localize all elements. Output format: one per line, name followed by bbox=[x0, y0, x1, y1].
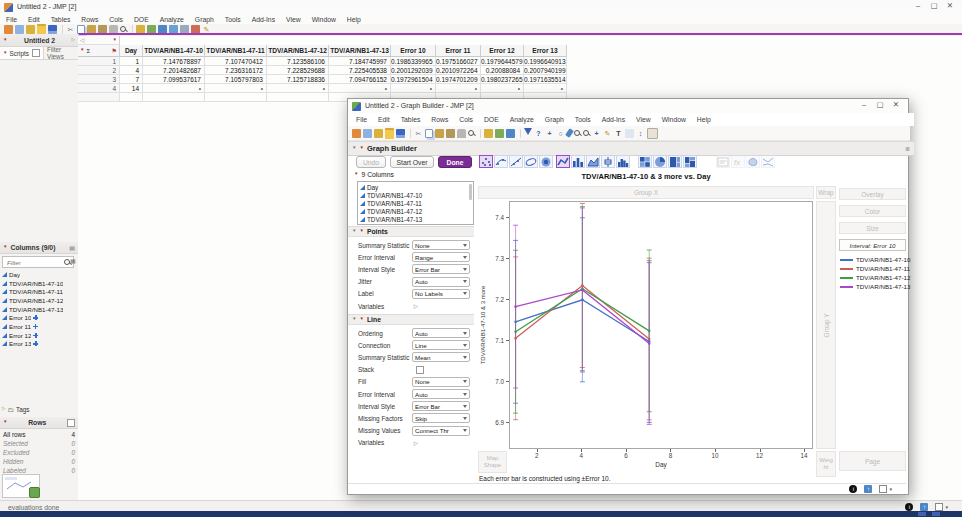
info-icon[interactable]: i bbox=[849, 485, 857, 493]
tags-row[interactable]: ▷ 🗀 Tags bbox=[2, 404, 29, 414]
points-section-header[interactable]: ▼ ▼ Points bbox=[348, 226, 474, 237]
palette-box-plot-icon[interactable] bbox=[601, 155, 615, 168]
gb-column-item[interactable]: Day bbox=[360, 183, 473, 191]
scripts-checkbox[interactable] bbox=[32, 49, 40, 57]
column-filter-input[interactable] bbox=[5, 258, 49, 267]
collapse-right-icon[interactable]: ▷ bbox=[72, 38, 75, 43]
gb-columns-listbox[interactable]: DayTDV/AR/NB1-47-10TDV/AR/NB1-47-11TDV/A… bbox=[357, 181, 474, 225]
copy-icon[interactable] bbox=[425, 129, 433, 138]
red-triangle-icon[interactable]: ▼ bbox=[359, 229, 363, 234]
disclosure-icon[interactable]: ▼ bbox=[352, 229, 356, 234]
red-triangle-icon[interactable]: ▼ bbox=[3, 51, 7, 56]
menu-rows[interactable]: Rows bbox=[81, 16, 98, 23]
table-cell[interactable]: 7.184745997 bbox=[329, 57, 391, 66]
palette-points-icon[interactable] bbox=[479, 155, 493, 168]
table-cell[interactable]: 4 bbox=[120, 66, 143, 75]
palette-contour-icon[interactable] bbox=[539, 155, 553, 168]
table-cell[interactable]: 0.1979644579 bbox=[481, 57, 524, 66]
legend-item[interactable]: TDV/AR/NB1-47-10 bbox=[840, 255, 906, 264]
eraser-tool-icon[interactable] bbox=[647, 128, 658, 139]
checkbox-icon[interactable] bbox=[935, 503, 943, 511]
table-cell[interactable]: 14 bbox=[120, 84, 143, 93]
column-header[interactable]: TDV/AR/NB1-47-13 bbox=[329, 45, 391, 57]
checkbox-icon[interactable] bbox=[879, 485, 887, 493]
table-cell[interactable]: 0.2001292039 bbox=[391, 66, 436, 75]
lock-icon[interactable] bbox=[457, 129, 466, 138]
menu-window[interactable]: Window bbox=[662, 116, 686, 123]
magnifier-tool-icon[interactable] bbox=[574, 130, 581, 137]
plot-area[interactable] bbox=[509, 201, 813, 449]
drop-zone-page[interactable]: Page bbox=[839, 451, 906, 471]
column-item[interactable]: Error 11 bbox=[2, 322, 76, 331]
table-cell[interactable]: 0.1975166027 bbox=[436, 57, 481, 66]
red-triangle-icon[interactable]: ▼ bbox=[80, 48, 84, 53]
open-icon[interactable] bbox=[37, 24, 46, 35]
chevron-down-icon[interactable]: ▾ bbox=[889, 486, 892, 492]
connection-select[interactable]: Line bbox=[412, 340, 470, 350]
scroller-tool-icon[interactable]: ↕ bbox=[636, 129, 645, 138]
menu-help[interactable]: Help bbox=[697, 116, 711, 123]
add-graph-icon[interactable] bbox=[506, 129, 515, 138]
crosshairs-tool-icon[interactable]: + bbox=[592, 129, 601, 138]
line-section-header[interactable]: ▼ ▼ Line bbox=[348, 314, 474, 325]
flag-icon[interactable]: ⚑ bbox=[112, 45, 117, 57]
arrow-tool-icon[interactable] bbox=[524, 128, 532, 139]
table-cell[interactable]: • bbox=[481, 84, 524, 93]
gb-column-item[interactable]: TDV/AR/NB1-47-10 bbox=[360, 191, 473, 199]
cut-icon[interactable]: ✂ bbox=[66, 25, 75, 34]
menu-help[interactable]: Help bbox=[347, 16, 361, 23]
column-manager-icon[interactable]: ▤ bbox=[69, 244, 75, 251]
legend-item[interactable]: TDV/AR/NB1-47-12 bbox=[840, 273, 906, 282]
column-item[interactable]: TDV/AR/NB1-47-13 bbox=[2, 305, 76, 314]
taskbar-icon[interactable] bbox=[932, 512, 940, 516]
help-tool-icon[interactable]: ? bbox=[534, 129, 543, 138]
collapse-panel-icon[interactable]: ◁ bbox=[80, 37, 84, 43]
palette-treemap-icon[interactable] bbox=[668, 155, 682, 168]
column-item[interactable]: TDV/AR/NB1-47-10 bbox=[2, 279, 76, 288]
chevron-down-icon[interactable]: ▾ bbox=[945, 504, 948, 510]
table-cell[interactable]: 0.2007940199 bbox=[524, 66, 567, 75]
table-cell[interactable] bbox=[205, 93, 267, 102]
menu-addins[interactable]: Add-Ins bbox=[252, 16, 275, 23]
zoom-tool-icon[interactable] bbox=[583, 130, 590, 137]
palette-formula-icon[interactable]: fx bbox=[731, 155, 745, 168]
palette-mosaic-icon[interactable] bbox=[683, 155, 697, 168]
row-number-cell[interactable] bbox=[78, 93, 120, 102]
table-cell[interactable]: 0.1986339965 bbox=[391, 57, 436, 66]
disclosure-icon[interactable]: ▷ bbox=[414, 440, 418, 446]
scrollbar[interactable] bbox=[469, 184, 472, 200]
paste-icon[interactable] bbox=[435, 129, 444, 138]
lasso-tool-icon[interactable]: ○ bbox=[556, 129, 565, 138]
table-cell[interactable]: 0.20088084 bbox=[481, 66, 524, 75]
close-icon[interactable]: ✕ bbox=[942, 1, 958, 10]
info-icon[interactable]: i bbox=[905, 503, 913, 511]
drop-zone-overlay[interactable]: Overlay bbox=[839, 188, 906, 200]
table-cell[interactable]: 0.1972961504 bbox=[391, 75, 436, 84]
python-icon[interactable] bbox=[26, 25, 35, 34]
table-cell[interactable]: 7.125718836 bbox=[267, 75, 329, 84]
checkbox-dropdown-icon[interactable]: ▾ bbox=[879, 485, 892, 493]
drop-zone-map-shape[interactable]: MapShape bbox=[478, 451, 507, 473]
rows-panel-checkbox[interactable] bbox=[67, 419, 75, 427]
new-data-table-icon[interactable] bbox=[352, 129, 361, 138]
table-cell[interactable]: 7.105797803 bbox=[205, 75, 267, 84]
palette-pie-icon[interactable] bbox=[653, 155, 667, 168]
jitter-select[interactable]: Auto bbox=[412, 277, 470, 287]
row-number-cell[interactable]: 4 bbox=[78, 84, 120, 93]
menu-doe[interactable]: DOE bbox=[484, 116, 499, 123]
table-cell[interactable]: 7.236316172 bbox=[205, 66, 267, 75]
palette-heatmap-icon[interactable] bbox=[638, 155, 652, 168]
layout-icon[interactable] bbox=[495, 129, 504, 138]
table-cell[interactable] bbox=[120, 93, 143, 102]
column-item[interactable]: TDV/AR/NB1-47-12 bbox=[2, 296, 76, 305]
row-number-cell[interactable]: 2 bbox=[78, 66, 120, 75]
minimize-icon[interactable]: – bbox=[910, 1, 926, 10]
gb-panel-header[interactable]: ▼ ▼ Graph Builder ≣ bbox=[348, 141, 914, 156]
share-icon[interactable]: ↑ bbox=[864, 485, 872, 493]
menu-tables[interactable]: Tables bbox=[51, 16, 71, 23]
script-thumbnail[interactable] bbox=[2, 474, 40, 498]
table-cell[interactable] bbox=[267, 93, 329, 102]
drop-zone-size[interactable]: Size bbox=[839, 222, 906, 234]
columns-list-header[interactable]: ▼ 9 Columns bbox=[354, 171, 394, 178]
table-cell[interactable]: 0.1996640913 bbox=[524, 57, 567, 66]
